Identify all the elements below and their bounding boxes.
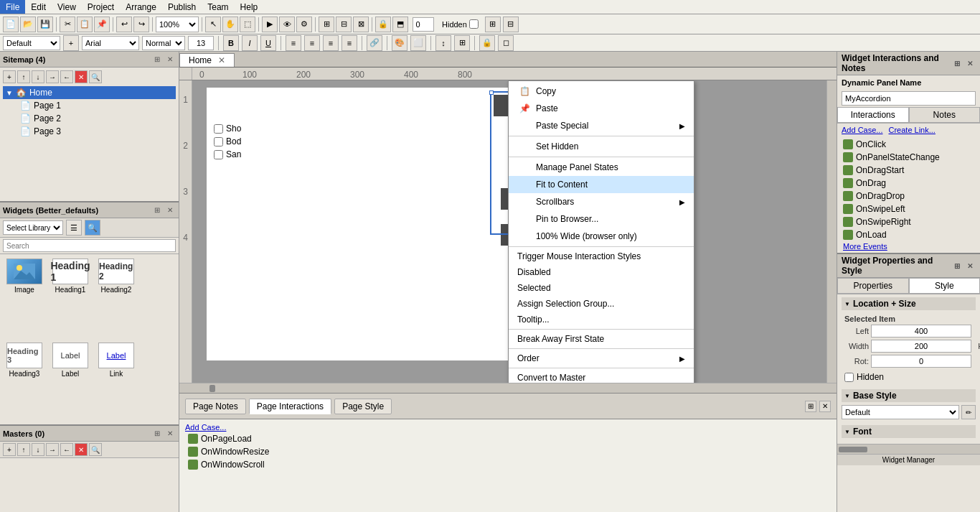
underline-btn[interactable]: U bbox=[260, 35, 276, 51]
ctx-scrollbars[interactable]: Scrollbars ▶ bbox=[509, 193, 694, 210]
add-case-link[interactable]: Add Case... bbox=[185, 423, 226, 432]
right-expand-btn[interactable]: ⊞ bbox=[951, 57, 963, 69]
right-close-btn[interactable]: ✕ bbox=[964, 57, 976, 69]
undo-btn[interactable]: ↩ bbox=[116, 17, 132, 32]
widget-label[interactable]: Label Label bbox=[49, 341, 92, 422]
shadow-btn[interactable]: ◻ bbox=[498, 35, 514, 51]
ctx-pin-browser[interactable]: Pin to Browser... bbox=[509, 210, 694, 228]
sitemap-search-btn[interactable]: 🔍 bbox=[89, 70, 102, 83]
expand-btn[interactable]: ⊞ bbox=[805, 401, 816, 412]
open-btn[interactable]: 📂 bbox=[20, 17, 36, 32]
bod-cb[interactable] bbox=[214, 137, 223, 146]
widget-heading1[interactable]: Heading 1 Heading1 bbox=[49, 257, 92, 338]
san-cb[interactable] bbox=[214, 150, 223, 159]
font-select[interactable]: Arial bbox=[82, 36, 139, 50]
props-tab-style[interactable]: Style bbox=[909, 278, 981, 294]
align-c-btn[interactable]: ≡ bbox=[304, 35, 320, 51]
rot-input[interactable] bbox=[871, 355, 971, 368]
menu-view[interactable]: View bbox=[52, 0, 82, 14]
sitemap-del-btn[interactable]: ✕ bbox=[75, 70, 88, 83]
more-btn[interactable]: ⚙ bbox=[296, 17, 312, 32]
lock-btn[interactable]: 🔒 bbox=[375, 17, 391, 32]
props-close-btn[interactable]: ✕ bbox=[964, 260, 976, 271]
play-btn[interactable]: ▶ bbox=[262, 17, 278, 32]
align-l-btn[interactable]: ≡ bbox=[286, 35, 301, 51]
sitemap-close-btn[interactable]: ✕ bbox=[164, 54, 176, 65]
masters-up-btn[interactable]: ↑ bbox=[17, 443, 30, 456]
sitemap-page1[interactable]: 📄 Page 1 bbox=[17, 99, 176, 112]
menu-project[interactable]: Project bbox=[82, 0, 120, 14]
sitemap-down-btn[interactable]: ↓ bbox=[32, 70, 44, 83]
style-edit-btn[interactable]: ✏ bbox=[961, 405, 976, 419]
preview-btn[interactable]: 👁 bbox=[279, 17, 295, 32]
ctx-copy[interactable]: 📋 Copy bbox=[509, 83, 694, 100]
widget-heading2[interactable]: Heading 2 Heading2 bbox=[95, 257, 138, 338]
paste-btn[interactable]: 📌 bbox=[94, 17, 110, 32]
ctx-set-hidden[interactable]: Set Hidden bbox=[509, 138, 694, 155]
menu-publish[interactable]: Publish bbox=[162, 0, 202, 14]
sitemap-page2[interactable]: 📄 Page 2 bbox=[17, 112, 176, 125]
library-select[interactable]: Select Library bbox=[3, 220, 63, 235]
link-btn[interactable]: 🔗 bbox=[367, 35, 382, 51]
sitemap-add-btn[interactable]: + bbox=[3, 70, 16, 83]
sitemap-expand-btn[interactable]: ⊞ bbox=[151, 54, 163, 65]
ctx-assign-sel[interactable]: Assign Selection Group... bbox=[509, 296, 694, 312]
x-input[interactable] bbox=[413, 17, 434, 32]
library-search-btn[interactable]: 🔍 bbox=[85, 220, 100, 236]
masters-export-btn[interactable]: ← bbox=[60, 443, 73, 456]
menu-help[interactable]: Help bbox=[235, 0, 264, 14]
ctx-tooltip[interactable]: Tooltip... bbox=[509, 312, 694, 327]
create-link-link[interactable]: Create Link... bbox=[888, 126, 935, 134]
right-tab-notes[interactable]: Notes bbox=[909, 107, 981, 123]
snap-btn[interactable]: ⊞ bbox=[485, 17, 501, 32]
props-expand-btn[interactable]: ⊞ bbox=[951, 260, 963, 271]
masters-import-btn[interactable]: → bbox=[46, 443, 59, 456]
fill-btn[interactable]: 🎨 bbox=[392, 35, 407, 51]
pointer-btn[interactable]: ↖ bbox=[205, 17, 221, 32]
width-input[interactable] bbox=[871, 340, 971, 353]
widgets-close-btn[interactable]: ✕ bbox=[164, 205, 176, 216]
border-btn[interactable]: ⬜ bbox=[410, 35, 426, 51]
menu-edit[interactable]: Edit bbox=[25, 0, 52, 14]
sitemap-up-btn[interactable]: ↑ bbox=[17, 70, 30, 83]
ctx-trigger-mouse[interactable]: Trigger Mouse Interaction Styles bbox=[509, 248, 694, 264]
tab-home-close[interactable]: ✕ bbox=[218, 55, 225, 65]
grid-btn[interactable]: ⊟ bbox=[503, 17, 519, 32]
add-case-right-link[interactable]: Add Case... bbox=[842, 126, 882, 134]
ctx-convert-master[interactable]: Convert to Master bbox=[509, 370, 694, 383]
widgets-expand-btn[interactable]: ⊞ bbox=[151, 205, 163, 216]
show-cb[interactable] bbox=[214, 124, 223, 134]
widget-search-input[interactable] bbox=[3, 239, 176, 252]
cut-btn[interactable]: ✂ bbox=[60, 17, 75, 32]
ctx-selected[interactable]: Selected bbox=[509, 280, 694, 296]
library-menu-btn[interactable]: ☰ bbox=[66, 220, 82, 236]
menu-team[interactable]: Team bbox=[202, 0, 234, 14]
align-right-btn[interactable]: ⊠ bbox=[353, 17, 369, 32]
bottom-tab-interactions[interactable]: Page Interactions bbox=[249, 399, 331, 414]
sitemap-outdent-btn[interactable]: ← bbox=[60, 70, 73, 83]
ctx-100wide[interactable]: 100% Wide (browser only) bbox=[509, 228, 694, 245]
masters-add-btn[interactable]: + bbox=[3, 443, 16, 456]
props-tab-properties[interactable]: Properties bbox=[837, 278, 909, 294]
menu-file[interactable]: File bbox=[0, 0, 25, 14]
ctx-paste[interactable]: 📌 Paste bbox=[509, 100, 694, 117]
masters-del-btn[interactable]: ✕ bbox=[75, 443, 88, 456]
align-left-btn[interactable]: ⊞ bbox=[319, 17, 334, 32]
right-tab-interactions[interactable]: Interactions bbox=[837, 107, 909, 123]
bottom-tab-style[interactable]: Page Style bbox=[334, 399, 392, 414]
sitemap-home[interactable]: ▼ 🏠 Home bbox=[3, 86, 176, 99]
masters-expand-btn[interactable]: ⊞ bbox=[151, 428, 163, 439]
style-dropdown[interactable]: Default bbox=[842, 405, 959, 419]
ctx-break-away[interactable]: Break Away First State bbox=[509, 331, 694, 347]
menu-arrange[interactable]: Arrange bbox=[120, 0, 162, 14]
copy-btn[interactable]: 📋 bbox=[77, 17, 93, 32]
bottom-tab-notes[interactable]: Page Notes bbox=[185, 399, 246, 414]
font-size-input[interactable] bbox=[188, 36, 214, 50]
new-btn[interactable]: 📄 bbox=[3, 17, 19, 32]
widget-image[interactable]: Image bbox=[3, 257, 46, 338]
align-r-btn[interactable]: ≡ bbox=[323, 35, 339, 51]
sitemap-indent-btn[interactable]: → bbox=[46, 70, 59, 83]
ctx-fit-content[interactable]: Fit to Content bbox=[509, 176, 694, 193]
canvas-content[interactable]: Sho Bod San bbox=[192, 80, 826, 383]
save-btn[interactable]: 💾 bbox=[37, 17, 53, 32]
